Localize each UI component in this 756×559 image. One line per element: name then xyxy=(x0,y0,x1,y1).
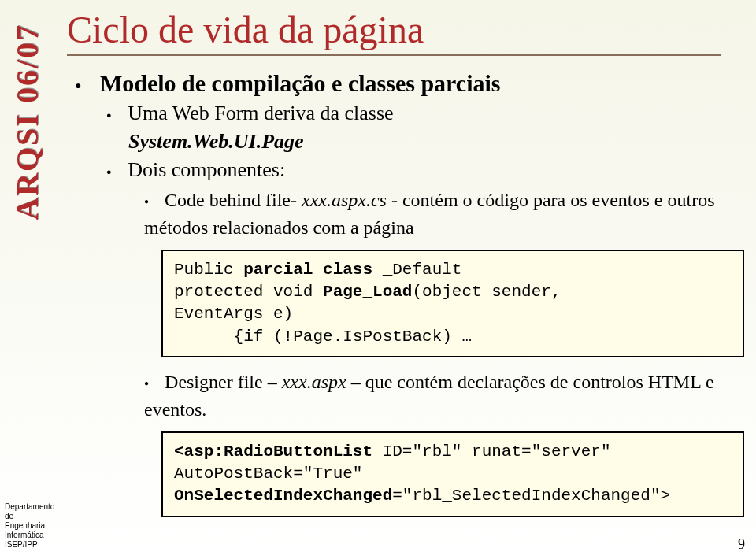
code-text: ID="rbl" runat="server" xyxy=(372,442,610,461)
page-number: 9 xyxy=(738,536,745,553)
bullet-level1: Modelo de compilação e classes parciais … xyxy=(75,70,740,517)
bullet-level3: Code behind file- xxx.aspx.cs - contém o… xyxy=(144,187,740,242)
code-box-2: <asp:RadioButtonList ID="rbl" runat="ser… xyxy=(161,431,744,517)
bullet-level3: Designer file – xxx.aspx – que contém de… xyxy=(144,368,740,424)
footer-line-2: Engenharia Informática xyxy=(5,521,54,540)
title-rule xyxy=(67,54,721,56)
slide-content: Ciclo de vida da página Modelo de compil… xyxy=(67,8,740,528)
footer-line-1: Departamento de xyxy=(5,502,54,521)
bullet-text-prefix: Designer file – xyxy=(165,372,282,392)
bullet-level2: Dois componentes: Code behind file- xxx.… xyxy=(106,158,740,517)
code-keyword: <asp:RadioButtonList xyxy=(174,442,372,461)
bullet-text: Modelo de compilação e classes parciais xyxy=(100,70,501,96)
bullet-text-prefix: Code behind file- xyxy=(165,190,302,210)
code-text: (object sender, xyxy=(412,283,561,301)
bullet-text: Uma Web Form deriva da classe xyxy=(128,102,394,124)
sidebar-footer: Departamento de Engenharia Informática I… xyxy=(5,502,54,550)
code-text: protected void xyxy=(174,283,323,301)
bullet-text-italic: xxx.aspx xyxy=(282,372,346,392)
code-keyword: OnSelectedIndexChanged xyxy=(174,487,392,505)
code-box-1: Public parcial class _Default protected … xyxy=(161,250,744,357)
bullet-text-italic: xxx.aspx.cs xyxy=(302,190,387,210)
sidebar: ARQSI 06/07 Departamento de Engenharia I… xyxy=(0,0,54,559)
code-keyword: parcial class xyxy=(243,261,382,279)
sidebar-vertical-label: ARQSI 06/07 xyxy=(9,24,46,220)
slide-title: Ciclo de vida da página xyxy=(67,8,740,51)
code-text: ="rbl_SelectedIndexChanged"> xyxy=(392,487,670,505)
footer-line-3: ISEP/IPP xyxy=(5,540,54,550)
bullet-level2: Uma Web Form deriva da classe xyxy=(106,102,740,125)
class-name-line: System.Web.UI.Page xyxy=(75,130,740,154)
code-text: Public xyxy=(174,261,243,279)
code-text: _Default xyxy=(383,261,462,279)
code-text: AutoPostBack="True" xyxy=(174,465,362,483)
bullet-text: Dois componentes: xyxy=(128,158,285,181)
code-keyword: Page_Load xyxy=(323,283,412,301)
code-text: {if (!Page.IsPostBack) … xyxy=(174,328,472,346)
code-text: EventArgs e) xyxy=(174,305,293,323)
